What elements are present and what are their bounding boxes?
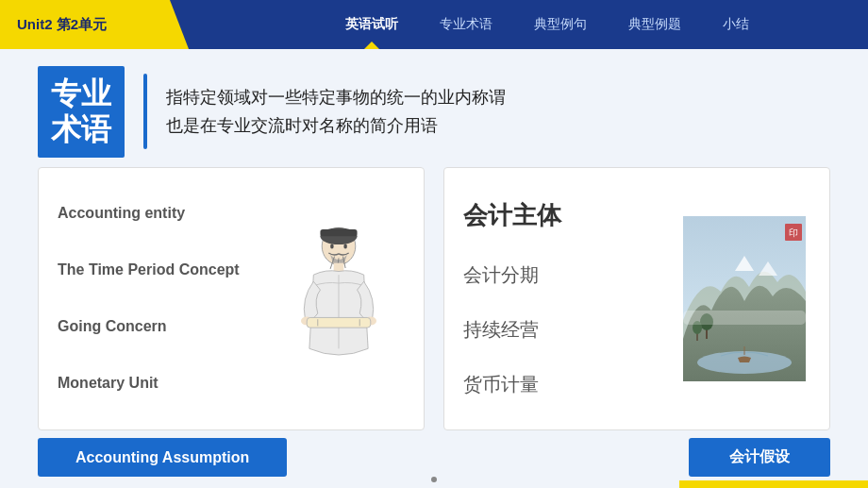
nav-items: 英语试听 专业术语 典型例句 典型例题 小结	[226, 0, 868, 49]
calligraphy-figure-icon	[282, 223, 395, 374]
mountain-painting-area: 印	[669, 177, 820, 420]
accounting-assumption-zh-button[interactable]: 会计假设	[689, 438, 830, 477]
unit-badge: Unit2 第2单元	[0, 0, 189, 49]
right-card: 会计主体 会计分期 持续经营 货币计量	[443, 167, 830, 430]
subtitle-block: 指特定领域对一些特定事物的统一的业内称谓 也是在专业交流时对名称的简介用语	[166, 86, 506, 137]
svg-point-4	[343, 244, 347, 249]
svg-rect-2	[320, 230, 357, 237]
svg-point-3	[330, 244, 334, 249]
unit-label: Unit2 第2单元	[17, 16, 107, 34]
header-section: 专业 术语 指特定领域对一些特定事物的统一的业内称谓 也是在专业交流时对名称的简…	[0, 49, 868, 167]
nav-item-typical-sentences[interactable]: 典型例句	[513, 0, 608, 49]
nav-item-english-listening[interactable]: 英语试听	[325, 0, 419, 49]
svg-rect-23	[683, 311, 806, 325]
title-line1: 专业	[51, 76, 111, 111]
left-card: Accounting entity The Time Period Concep…	[38, 167, 425, 430]
title-line2: 术语	[51, 111, 111, 147]
nav-item-terminology[interactable]: 专业术语	[419, 0, 513, 49]
title-box: 专业 术语	[38, 66, 125, 158]
nav-item-summary[interactable]: 小结	[702, 0, 770, 49]
mountain-painting-icon: 印	[683, 216, 806, 381]
top-nav: Unit2 第2单元 英语试听 专业术语 典型例句 典型例题 小结	[0, 0, 868, 49]
calligraphy-figure-area	[263, 177, 414, 420]
svg-text:印: 印	[789, 227, 798, 238]
accounting-assumption-button[interactable]: Accounting Assumption	[38, 438, 287, 477]
yellow-bar	[679, 480, 868, 488]
subtitle1: 指特定领域对一些特定事物的统一的业内称谓	[166, 86, 506, 109]
svg-rect-12	[307, 318, 371, 328]
nav-item-typical-examples[interactable]: 典型例题	[608, 0, 702, 49]
subtitle2: 也是在专业交流时对名称的简介用语	[166, 114, 506, 137]
main-content: 专业 术语 指特定领域对一些特定事物的统一的业内称谓 也是在专业交流时对名称的简…	[0, 49, 868, 488]
divider-line	[143, 74, 147, 149]
cards-section: Accounting entity The Time Period Concep…	[0, 167, 868, 430]
dot-indicator	[431, 477, 437, 482]
